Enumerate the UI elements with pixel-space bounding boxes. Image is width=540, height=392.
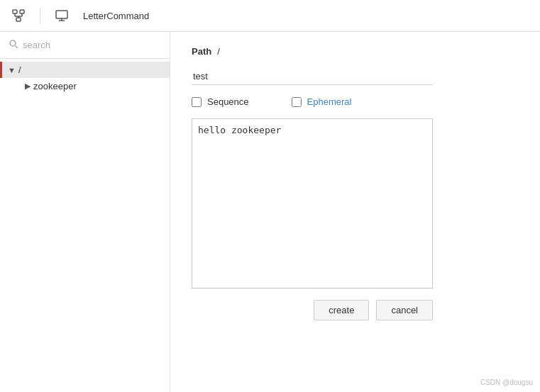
svg-point-10 bbox=[10, 40, 16, 46]
tree-label-zookeeper: zookeeper bbox=[33, 81, 77, 91]
content-area: Path / Sequence Ephemeral hello zookeepe… bbox=[170, 32, 540, 392]
svg-rect-1 bbox=[20, 10, 24, 13]
monitor-tab-icon[interactable] bbox=[50, 4, 73, 27]
tree-tab-icon[interactable] bbox=[7, 4, 30, 27]
svg-rect-7 bbox=[56, 11, 67, 18]
sequence-checkbox-item[interactable]: Sequence bbox=[192, 96, 249, 107]
create-button[interactable]: create bbox=[314, 300, 369, 320]
data-textarea[interactable]: hello zookeeper bbox=[192, 118, 433, 289]
svg-rect-2 bbox=[16, 18, 21, 21]
sequence-label: Sequence bbox=[207, 96, 249, 107]
svg-line-11 bbox=[16, 46, 18, 49]
ephemeral-checkbox[interactable] bbox=[292, 97, 302, 107]
tree-arrow-root: ▼ bbox=[8, 66, 16, 74]
ephemeral-label: Ephemeral bbox=[307, 96, 352, 107]
tree-label-root: / bbox=[18, 65, 21, 75]
path-label: Path bbox=[192, 46, 211, 57]
checkboxes-row: Sequence Ephemeral bbox=[192, 96, 519, 107]
search-input[interactable] bbox=[23, 40, 161, 50]
top-bar: LetterCommand bbox=[0, 0, 540, 32]
node-name-input[interactable] bbox=[192, 68, 433, 85]
tab-separator bbox=[40, 7, 40, 24]
path-row: Path / bbox=[192, 46, 519, 57]
search-container bbox=[0, 32, 170, 59]
path-value: / bbox=[217, 46, 220, 57]
tree-children: ▶ zookeeper bbox=[0, 78, 170, 94]
watermark: CSDN @dougsu bbox=[480, 379, 533, 386]
ephemeral-checkbox-item[interactable]: Ephemeral bbox=[292, 96, 352, 107]
tree-item-root[interactable]: ▼ / bbox=[0, 62, 170, 78]
tree-arrow-zookeeper: ▶ bbox=[25, 82, 31, 91]
tree-item-zookeeper[interactable]: ▶ zookeeper bbox=[17, 78, 170, 94]
main-layout: ▼ / ▶ zookeeper Path / Se bbox=[0, 32, 540, 392]
node-name-row bbox=[192, 68, 519, 85]
cancel-button[interactable]: cancel bbox=[376, 300, 433, 320]
buttons-row: create cancel bbox=[192, 300, 433, 320]
svg-rect-0 bbox=[13, 10, 17, 13]
sequence-checkbox[interactable] bbox=[192, 97, 202, 107]
app-title: LetterCommand bbox=[83, 11, 149, 21]
search-box bbox=[9, 39, 161, 51]
tree-container: ▼ / ▶ zookeeper bbox=[0, 59, 170, 392]
sidebar: ▼ / ▶ zookeeper bbox=[0, 32, 170, 392]
search-icon bbox=[9, 39, 18, 51]
